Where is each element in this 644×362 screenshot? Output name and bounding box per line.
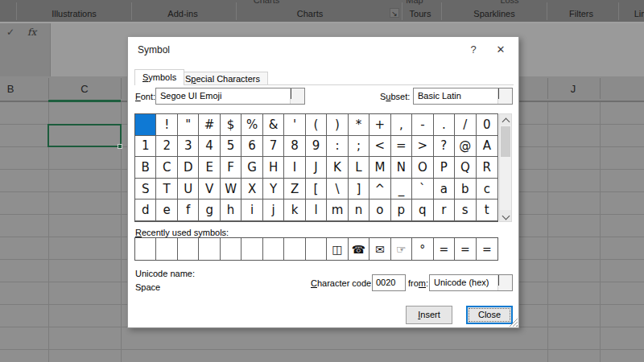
char-cell[interactable]: H [263, 157, 284, 179]
char-cell[interactable]: g [199, 200, 220, 221]
close-button[interactable]: Close [466, 306, 513, 324]
char-cell[interactable]: Q [455, 157, 476, 179]
char-cell[interactable]: X [242, 179, 262, 200]
char-cell[interactable]: e [156, 200, 177, 221]
ribbon-partial-label[interactable]: Loss [500, 0, 518, 5]
char-cell[interactable]: o [369, 200, 390, 221]
char-cell[interactable]: 3 [178, 136, 199, 158]
ribbon-partial-label[interactable]: Map [406, 0, 423, 5]
char-cell[interactable]: - [412, 114, 433, 136]
chevron-down-icon[interactable] [497, 275, 512, 290]
char-cell[interactable]: 7 [263, 136, 284, 158]
char-cell[interactable]: c [477, 179, 497, 200]
char-cell[interactable]: S [135, 179, 156, 200]
char-cell[interactable]: 4 [199, 136, 220, 158]
char-cell[interactable]: K [327, 157, 348, 179]
char-cell[interactable]: # [199, 114, 220, 136]
char-cell[interactable]: G [242, 157, 262, 179]
recent-cell-empty[interactable] [306, 238, 327, 260]
close-icon[interactable]: ✕ [490, 42, 511, 58]
char-cell[interactable]: 5 [221, 136, 242, 158]
char-cell[interactable]: : [327, 136, 348, 158]
font-dropdown[interactable]: Segoe UI Emoji [155, 88, 305, 105]
char-cell[interactable]: A [477, 136, 497, 158]
open-book-symbol[interactable]: ◫ [327, 238, 348, 260]
char-cell[interactable]: d [135, 200, 156, 221]
char-cell[interactable]: D [178, 157, 199, 179]
degree-sign-symbol[interactable]: ° [412, 238, 433, 260]
char-cell[interactable]: P [434, 157, 455, 179]
char-cell[interactable]: ( [306, 114, 327, 136]
char-cell[interactable]: f [178, 200, 199, 221]
char-cell[interactable]: q [412, 200, 433, 221]
char-cell[interactable]: s [455, 200, 476, 221]
char-cell[interactable]: J [306, 157, 327, 179]
char-cell[interactable] [135, 114, 156, 136]
char-cell[interactable]: i [242, 200, 262, 221]
char-cell[interactable]: m [327, 200, 348, 221]
char-cell[interactable]: l [306, 200, 327, 221]
enter-check-icon[interactable]: ✓ [6, 27, 14, 38]
char-cell[interactable]: @ [455, 136, 476, 158]
subset-dropdown[interactable]: Basic Latin [413, 88, 513, 105]
char-cell[interactable]: V [199, 179, 220, 200]
char-cell[interactable]: O [412, 157, 433, 179]
insert-button[interactable]: Insert [406, 306, 452, 324]
envelope-symbol[interactable]: ✉ [369, 238, 390, 260]
char-cell[interactable]: b [455, 179, 476, 200]
char-cell[interactable]: L [349, 157, 369, 179]
char-cell[interactable]: I [284, 157, 305, 179]
char-cell[interactable]: + [369, 114, 390, 136]
char-cell[interactable]: E [199, 157, 220, 179]
char-cell[interactable]: n [349, 200, 369, 221]
char-cell[interactable]: = [391, 136, 412, 158]
char-cell[interactable]: _ [391, 179, 412, 200]
scroll-down-icon[interactable] [500, 210, 511, 221]
tab-symbols[interactable]: Symbols [134, 69, 184, 85]
char-cell[interactable]: \ [327, 179, 348, 200]
char-cell[interactable]: j [263, 200, 284, 221]
char-cell[interactable]: k [284, 200, 305, 221]
char-cell[interactable]: B [135, 157, 156, 179]
symbol-grid-scrollbar[interactable] [499, 113, 512, 222]
char-cell[interactable]: N [391, 157, 412, 179]
telephone-symbol[interactable]: ☎ [349, 238, 369, 260]
ribbon-partial-label[interactable]: Charts [254, 0, 279, 5]
char-cell[interactable]: Z [284, 179, 305, 200]
recent-cell-empty[interactable] [284, 238, 305, 260]
char-cell[interactable]: " [178, 114, 199, 136]
char-cell[interactable]: . [434, 114, 455, 136]
recent-cell-empty[interactable] [178, 238, 199, 260]
recent-cell-empty[interactable] [242, 238, 262, 260]
char-cell[interactable]: 9 [306, 136, 327, 158]
char-cell[interactable]: * [349, 114, 369, 136]
scroll-up-icon[interactable] [500, 114, 511, 125]
char-cell[interactable]: 2 [156, 136, 177, 158]
insert-function-icon[interactable]: fx [27, 27, 36, 38]
char-cell[interactable]: t [477, 200, 497, 221]
char-cell[interactable]: C [156, 157, 177, 179]
char-cell[interactable]: $ [221, 114, 242, 136]
char-cell[interactable]: ] [349, 179, 369, 200]
equals-symbol[interactable]: = [455, 238, 476, 260]
char-cell[interactable]: , [391, 114, 412, 136]
pointing-hand-symbol[interactable]: ☞ [391, 238, 412, 260]
char-cell[interactable]: R [477, 157, 497, 179]
char-cell[interactable]: h [221, 200, 242, 221]
recent-cell-empty[interactable] [199, 238, 220, 260]
char-cell[interactable]: [ [306, 179, 327, 200]
char-cell[interactable]: p [391, 200, 412, 221]
recent-cell-empty[interactable] [263, 238, 284, 260]
char-cell[interactable]: 0 [477, 114, 497, 136]
char-cell[interactable]: U [178, 179, 199, 200]
recent-cell-empty[interactable] [156, 238, 177, 260]
char-cell[interactable]: F [221, 157, 242, 179]
column-header-B[interactable]: B [7, 83, 14, 95]
recent-cell-empty[interactable] [221, 238, 242, 260]
from-dropdown[interactable]: Unicode (hex) [429, 274, 513, 291]
char-cell[interactable]: ! [156, 114, 177, 136]
char-cell[interactable]: ^ [369, 179, 390, 200]
char-cell[interactable]: & [263, 114, 284, 136]
char-cell[interactable]: / [455, 114, 476, 136]
equals-symbol[interactable]: = [477, 238, 497, 260]
